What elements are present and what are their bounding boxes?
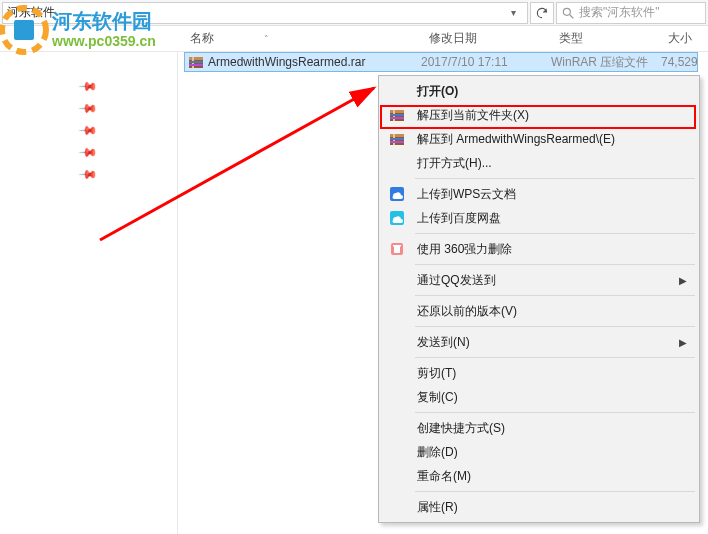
menu-separator [415, 412, 695, 413]
column-label: 大小 [668, 30, 692, 47]
refresh-button[interactable] [530, 2, 554, 24]
menu-item-label: 创建快捷方式(S) [407, 420, 505, 437]
column-headers: 名称 ˄ 修改日期 类型 大小 [0, 26, 708, 52]
menu-item[interactable]: 解压到当前文件夹(X) [381, 103, 697, 127]
blank-icon [387, 332, 407, 352]
menu-item[interactable]: 重命名(M) [381, 464, 697, 488]
baidu-pan-icon [387, 208, 407, 228]
menu-item[interactable]: 使用 360强力删除 [381, 237, 697, 261]
menu-item-label: 通过QQ发送到 [407, 272, 496, 289]
blank-icon [387, 270, 407, 290]
menu-item-label: 解压到当前文件夹(X) [407, 107, 529, 124]
pin-icon: 📌 [78, 98, 99, 119]
explorer-toolbar: 河东软件 ▾ 搜索"河东软件" [0, 0, 708, 26]
menu-separator [415, 233, 695, 234]
menu-item[interactable]: 打开方式(H)... [381, 151, 697, 175]
svg-rect-9 [189, 61, 203, 63]
menu-item[interactable]: 还原以前的版本(V) [381, 299, 697, 323]
menu-item-label: 属性(R) [407, 499, 458, 516]
quick-access-pin[interactable]: 📌 [0, 164, 177, 184]
column-date[interactable]: 修改日期 [419, 30, 549, 47]
wps-cloud-icon [387, 184, 407, 204]
search-placeholder: 搜索"河东软件" [579, 4, 660, 21]
menu-item-label: 打开方式(H)... [407, 155, 492, 172]
svg-rect-12 [390, 110, 404, 113]
menu-item-label: 复制(C) [407, 389, 458, 406]
blank-icon [387, 153, 407, 173]
blank-icon [387, 497, 407, 517]
menu-item[interactable]: 上传到WPS云文档 [381, 182, 697, 206]
svg-line-1 [570, 14, 574, 18]
menu-item[interactable]: 复制(C) [381, 385, 697, 409]
quick-access-pin[interactable]: 📌 [0, 120, 177, 140]
menu-item[interactable]: 属性(R) [381, 495, 697, 519]
file-name: ArmedwithWingsRearmed.rar [208, 55, 365, 69]
menu-item[interactable]: 剪切(T) [381, 361, 697, 385]
address-bar[interactable]: 河东软件 ▾ [2, 2, 528, 24]
breadcrumb-folder[interactable]: 河东软件 [7, 4, 55, 21]
menu-separator [415, 326, 695, 327]
quick-access-pin[interactable]: 📌 [0, 76, 177, 96]
menu-item-label: 还原以前的版本(V) [407, 303, 517, 320]
column-label: 名称 [190, 30, 214, 47]
sort-indicator-icon: ˄ [264, 34, 269, 44]
menu-item-label: 打开(O) [407, 83, 458, 100]
menu-item-label: 发送到(N) [407, 334, 470, 351]
svg-rect-15 [390, 117, 404, 119]
refresh-icon [535, 6, 549, 20]
menu-item[interactable]: 删除(D) [381, 440, 697, 464]
search-icon [561, 6, 575, 20]
file-size: 74,529 [661, 55, 698, 69]
pin-icon: 📌 [78, 164, 99, 185]
menu-item-label: 解压到 ArmedwithWingsRearmed\(E) [407, 131, 615, 148]
menu-item-label: 剪切(T) [407, 365, 456, 382]
context-menu: 打开(O)解压到当前文件夹(X)解压到 ArmedwithWingsRearme… [378, 75, 700, 523]
menu-separator [415, 295, 695, 296]
search-input[interactable]: 搜索"河东软件" [556, 2, 706, 24]
quick-access-pin[interactable]: 📌 [0, 98, 177, 118]
file-type: WinRAR 压缩文件 [551, 54, 648, 71]
file-row[interactable]: ArmedwithWingsRearmed.rar 2017/7/10 17:1… [178, 52, 708, 72]
file-date: 2017/7/10 17:11 [421, 55, 508, 69]
column-size[interactable]: 大小 [658, 30, 708, 47]
column-type[interactable]: 类型 [549, 30, 659, 47]
blank-icon [387, 418, 407, 438]
pin-icon: 📌 [78, 120, 99, 141]
menu-separator [415, 357, 695, 358]
quick-access-pin[interactable]: 📌 [0, 142, 177, 162]
rar-archive-icon [387, 129, 407, 149]
svg-rect-7 [189, 57, 203, 60]
blank-icon [387, 466, 407, 486]
svg-rect-10 [189, 64, 203, 66]
column-label: 类型 [559, 30, 583, 47]
menu-separator [415, 264, 695, 265]
rar-archive-icon [387, 105, 407, 125]
svg-rect-17 [390, 134, 404, 137]
blank-icon [387, 81, 407, 101]
menu-item[interactable]: 解压到 ArmedwithWingsRearmed\(E) [381, 127, 697, 151]
svg-rect-20 [390, 141, 404, 143]
nav-pane: 📌 📌 📌 📌 📌 [0, 52, 178, 534]
svg-rect-14 [390, 114, 404, 116]
svg-rect-24 [394, 246, 400, 253]
menu-item[interactable]: 上传到百度网盘 [381, 206, 697, 230]
submenu-arrow-icon: ▶ [679, 337, 687, 348]
menu-item-label: 重命名(M) [407, 468, 471, 485]
rar-archive-icon [188, 54, 204, 70]
blank-icon [387, 363, 407, 383]
svg-point-0 [563, 8, 570, 15]
chevron-down-icon[interactable]: ▾ [503, 4, 523, 22]
menu-separator [415, 491, 695, 492]
360-delete-icon [387, 239, 407, 259]
pin-icon: 📌 [78, 76, 99, 97]
menu-item[interactable]: 打开(O) [381, 79, 697, 103]
menu-item[interactable]: 通过QQ发送到▶ [381, 268, 697, 292]
blank-icon [387, 442, 407, 462]
menu-item-label: 删除(D) [407, 444, 458, 461]
menu-item[interactable]: 创建快捷方式(S) [381, 416, 697, 440]
blank-icon [387, 301, 407, 321]
menu-item[interactable]: 发送到(N)▶ [381, 330, 697, 354]
column-name[interactable]: 名称 ˄ [180, 30, 419, 47]
svg-rect-19 [390, 138, 404, 140]
svg-rect-25 [393, 245, 401, 247]
